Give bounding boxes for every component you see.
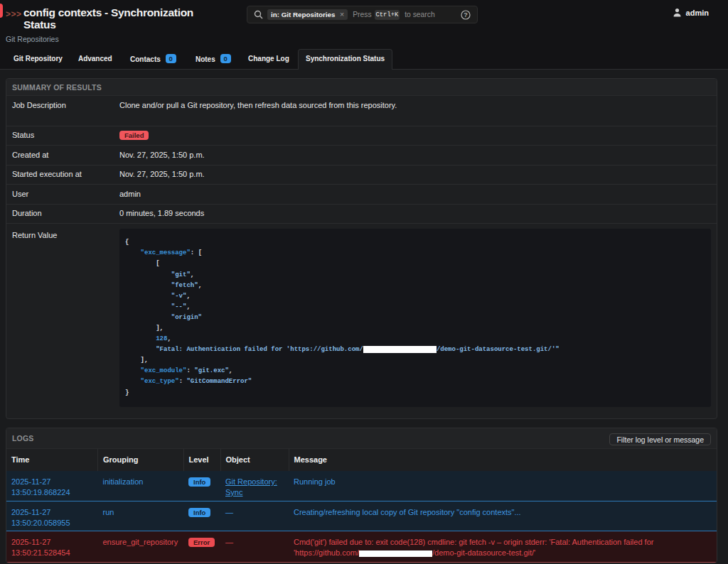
- svg-text:?: ?: [464, 11, 468, 18]
